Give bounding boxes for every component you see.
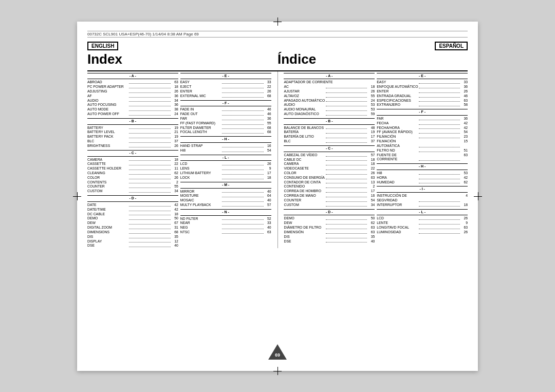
entry-num: 63 [367,176,375,180]
entry-text: MOISTURE [180,194,221,198]
entry-text: CASSETTE [87,162,128,166]
outer-columns: - A -ABROAD63PC POWER ADAPTER18ADJUSTING… [87,70,468,249]
entry-num: 23 [460,135,468,139]
index-entry: CUSTOM34 [284,203,375,208]
entry-text: DIMENSIONS [87,230,128,235]
index-entry: CONTENTS2 [87,180,178,185]
entry-text: FILTRO ND [377,148,418,153]
entry-text: DIS [284,235,325,239]
index-entry: LUMINOSIDAD26 [377,230,468,235]
entry-text: DATE [87,203,128,208]
entry-num: 63 [460,99,468,103]
entry-dots [129,94,170,98]
entry-text: COUNTER [87,184,128,189]
entry-num: 9 [460,221,468,226]
entry-dots [222,230,263,234]
index-entry: FF (FAST FORWARD)55 [180,121,271,126]
entry-dots [326,99,367,102]
index-entry: ENTER26 [180,89,271,94]
entry-text: BATERÍA DE LITIO [284,135,325,139]
entry-text: LENS [180,166,221,171]
entry-num: 26 [264,162,271,166]
entry-dots [419,85,460,88]
entry-text: FECHA [377,121,418,126]
index-entry: DEW62 [284,221,375,226]
index-entry: AUDIO34 [87,99,178,103]
entry-dots [326,158,367,161]
entry-num: 18 [171,158,178,162]
entry-text: CLEANING [87,171,128,176]
entry-text: AUDIO MONAURAL [284,107,325,112]
entry-num: 24 [367,99,375,103]
entry-dots [326,126,367,129]
entry-num: 50 [367,216,375,221]
entry-num: 13 [367,180,375,185]
entry-text: LONGITAVD FOCAL [377,226,418,230]
entry-num: 24 [171,112,178,117]
entry-text: COLOR [87,176,128,180]
section-header: - D - [87,195,178,202]
entry-num: 26 [171,176,178,180]
entry-text: ENTER [377,89,418,94]
entry-dots [326,89,367,93]
entry-num: 52 [264,217,271,221]
entry-text: DISPLAY [87,239,128,244]
section-header: - D - [284,209,375,216]
index-entry: CAMERA18 [87,158,178,162]
entry-num: 63 [171,80,178,85]
entry-num: 54 [264,148,271,153]
entry-num: 36 [171,94,178,99]
index-entry: INSTRUCCIÓN DE SEGVRIDAD4 [377,194,468,203]
entry-dots [129,244,170,247]
index-entry: BLC37 [87,139,178,144]
entry-num: 62 [460,180,468,185]
entry-num: 18 [460,203,468,208]
entry-num: 46 [264,107,271,112]
entry-text: AUTO DIAGNÓSTICO [284,112,325,117]
entry-text: AUDIO [284,103,325,107]
entry-num: 63 [264,230,271,235]
entry-text: EXTERNAL MIC [180,94,221,99]
entry-dots [222,121,263,125]
entry-text: LCD [180,162,221,166]
index-entry: ESPECIFICACIONES63 [377,99,468,103]
index-entry: DIS35 [87,235,178,239]
entry-num: 36 [460,117,468,121]
entry-text: LITHIUM BATTERY [180,171,221,176]
entry-text: BLC [87,139,128,144]
entry-dots [129,85,170,88]
entry-num: 63 [460,153,468,162]
entry-dots [326,194,367,197]
entry-text: DEW [87,221,128,226]
index-entry: FF (AVANCE RÁPIDO)54 [377,130,468,135]
entry-num: 26 [367,171,375,176]
entry-text: DIS [87,235,128,239]
index-entry: EJECT22 [180,85,271,89]
top-meta: 00732C SCL901 USA+ESP(46-70) 1/14/04 8:3… [87,31,468,38]
entry-text: LCD [377,216,418,221]
section-header: - I - [377,186,468,193]
index-entry: COUNTER54 [284,198,375,203]
entry-dots [222,148,263,152]
entry-dots [419,80,460,84]
entry-dots [129,239,170,243]
entry-dots [326,198,367,202]
page: 00732C SCL901 USA+ESP(46-70) 1/14/04 8:3… [77,22,478,371]
index-entry: AJUSTAR26 [284,89,375,94]
entry-dots [129,176,170,179]
entry-text: LOCK [180,176,221,180]
index-entry: FUENTE DE CORRIENTE63 [377,153,468,162]
entry-dots [222,226,263,229]
entry-num: 22 [171,162,178,166]
entry-num: 46 [264,112,271,117]
index-entry: BATTERY LEVEL21 [87,130,178,135]
entry-text: APAGADO AUTOMÁTICO [284,99,325,103]
entry-dots [419,148,460,152]
entry-dots [129,126,170,129]
entry-num: 40 [264,198,271,203]
entry-num: 17 [367,189,375,194]
entry-dots [419,180,460,184]
entry-num: 42 [460,121,468,126]
entry-text: HAND STRAP [180,144,221,148]
entry-text: CASSETTE HOLDER [87,166,128,171]
